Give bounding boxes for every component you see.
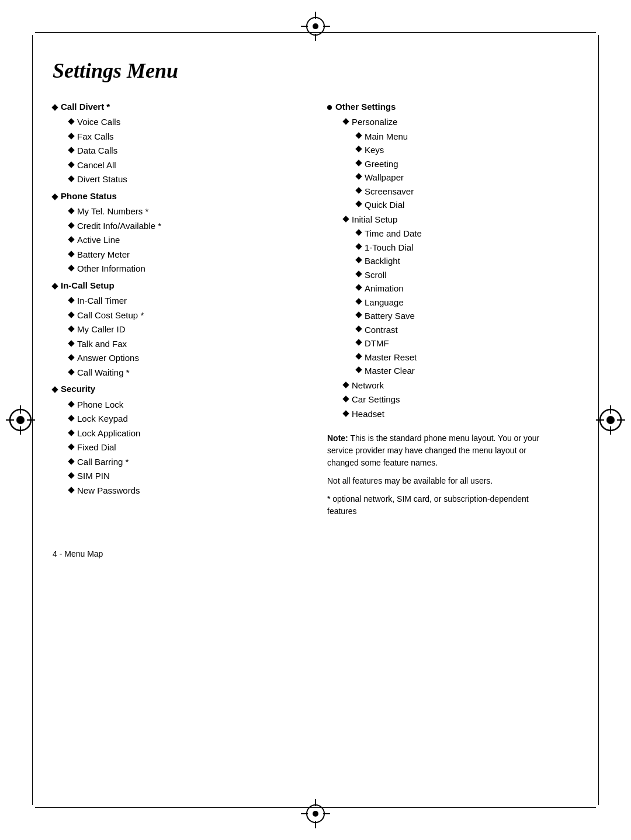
label-in-call-setup: In-Call Setup <box>61 279 115 291</box>
label-wallpaper: Wallpaper <box>365 171 404 185</box>
list-item: Master Clear <box>356 365 578 378</box>
level3-list-personalize: Main Menu Keys Greeting <box>344 130 578 212</box>
bullet-master-reset <box>356 351 361 362</box>
bullet-call-waiting <box>69 366 74 378</box>
label-language: Language <box>365 296 404 310</box>
bullet-fax-calls <box>69 130 74 142</box>
right-column: Other Settings Personalize Main Menu <box>327 100 578 523</box>
label-dtmf: DTMF <box>365 337 389 350</box>
bullet-answer-options <box>69 352 74 363</box>
list-item: In-Call Timer <box>69 294 304 308</box>
bullet-keys <box>356 144 361 154</box>
list-item: Headset <box>344 408 578 421</box>
list-item: Credit Info/Available * <box>69 220 304 233</box>
list-item: Quick Dial <box>356 199 578 212</box>
bullet-security <box>53 383 57 395</box>
level2-list-in-call-setup: In-Call Timer Call Cost Setup * My Calle… <box>53 294 304 379</box>
list-item: Animation <box>356 282 578 296</box>
list-item: Divert Status <box>69 173 304 186</box>
label-cancel-all: Cancel All <box>77 159 116 172</box>
label-lock-application: Lock Application <box>77 427 140 440</box>
bullet-contrast <box>356 324 361 334</box>
bullet-my-tel <box>69 205 74 217</box>
section-security: Security Phone Lock Lock Keypad <box>53 383 304 497</box>
label-sim-pin: SIM PIN <box>77 470 110 483</box>
label-call-waiting: Call Waiting * <box>77 366 129 380</box>
label-backlight: Backlight <box>365 255 400 268</box>
bullet-screensaver <box>356 185 361 196</box>
list-item: Network <box>344 379 578 393</box>
label-phone-lock: Phone Lock <box>77 398 123 412</box>
bullet-credit-info <box>69 220 74 231</box>
label-in-call-timer: In-Call Timer <box>77 294 127 308</box>
level1-in-call-setup: In-Call Setup <box>53 279 304 292</box>
list-item: Scroll <box>356 269 578 282</box>
label-fax-calls: Fax Calls <box>77 130 114 144</box>
list-item: Keys <box>356 144 578 157</box>
section-call-divert: Call Divert * Voice Calls Fax Calls <box>53 100 304 186</box>
list-item: Battery Save <box>356 310 578 323</box>
label-master-clear: Master Clear <box>365 365 415 378</box>
bullet-main-menu <box>356 130 361 141</box>
label-animation: Animation <box>365 282 404 296</box>
list-item: Master Reset <box>356 351 578 365</box>
list-item: Personalize <box>344 116 578 129</box>
label-call-barring: Call Barring * <box>77 456 129 469</box>
bullet-cancel-all <box>69 159 74 171</box>
level2-list-security: Phone Lock Lock Keypad Lock Application <box>53 398 304 498</box>
list-item: SIM PIN <box>69 470 304 483</box>
list-item: My Tel. Numbers * <box>69 205 304 218</box>
bullet-1-touch-dial <box>356 241 361 252</box>
label-1-touch-dial: 1-Touch Dial <box>365 241 413 255</box>
menu-columns: Call Divert * Voice Calls Fax Calls <box>53 100 578 523</box>
label-call-divert: Call Divert * <box>61 100 110 113</box>
bullet-lock-application <box>69 427 74 439</box>
list-item: Talk and Fax <box>69 338 304 351</box>
note-1-bold: Note: <box>327 433 348 443</box>
list-item: Lock Keypad <box>69 412 304 426</box>
list-item: Fixed Dial <box>69 441 304 454</box>
bullet-voice-calls <box>69 116 74 127</box>
section-in-call-setup: In-Call Setup In-Call Timer Call Cost Se… <box>53 279 304 379</box>
bullet-battery-save <box>356 310 361 320</box>
section-other-settings: Other Settings Personalize Main Menu <box>327 100 578 421</box>
bullet-other-info <box>69 262 74 274</box>
label-personalize: Personalize <box>352 116 397 129</box>
level1-security: Security <box>53 383 304 395</box>
bullet-quick-dial <box>356 199 361 209</box>
list-item: DTMF <box>356 337 578 350</box>
note-3: * optional network, SIM card, or subscri… <box>327 493 549 518</box>
bullet-fixed-dial <box>69 441 74 453</box>
bullet-headset <box>344 408 348 419</box>
list-item: Call Waiting * <box>69 366 304 380</box>
bullet-call-barring <box>69 456 74 467</box>
bullet-divert-status <box>69 173 74 185</box>
list-item: Car Settings <box>344 393 578 407</box>
list-item: Cancel All <box>69 159 304 172</box>
label-answer-options: Answer Options <box>77 352 139 365</box>
label-talk-and-fax: Talk and Fax <box>77 338 127 351</box>
list-item: Answer Options <box>69 352 304 365</box>
level3-list-initial-setup: Time and Date 1-Touch Dial Backlight <box>344 227 578 378</box>
list-item: Voice Calls <box>69 116 304 129</box>
level1-phone-status: Phone Status <box>53 190 304 203</box>
level1-other-settings: Other Settings <box>327 100 578 113</box>
bullet-network <box>344 379 348 391</box>
label-contrast: Contrast <box>365 324 398 337</box>
bullet-my-caller-id <box>69 323 74 335</box>
list-item: Screensaver <box>356 185 578 199</box>
list-item: Fax Calls <box>69 130 304 144</box>
bullet-animation <box>356 282 361 293</box>
bullet-greeting <box>356 158 361 168</box>
label-master-reset: Master Reset <box>365 351 417 365</box>
label-headset: Headset <box>352 408 384 421</box>
label-keys: Keys <box>365 144 384 157</box>
bullet-call-cost-setup <box>69 309 74 321</box>
bullet-master-clear <box>356 365 361 375</box>
list-item: Contrast <box>356 324 578 337</box>
border-bottom <box>35 807 596 808</box>
svg-point-7 <box>313 811 318 817</box>
bullet-phone-lock <box>69 398 74 410</box>
label-greeting: Greeting <box>365 158 398 171</box>
label-network: Network <box>352 379 384 393</box>
